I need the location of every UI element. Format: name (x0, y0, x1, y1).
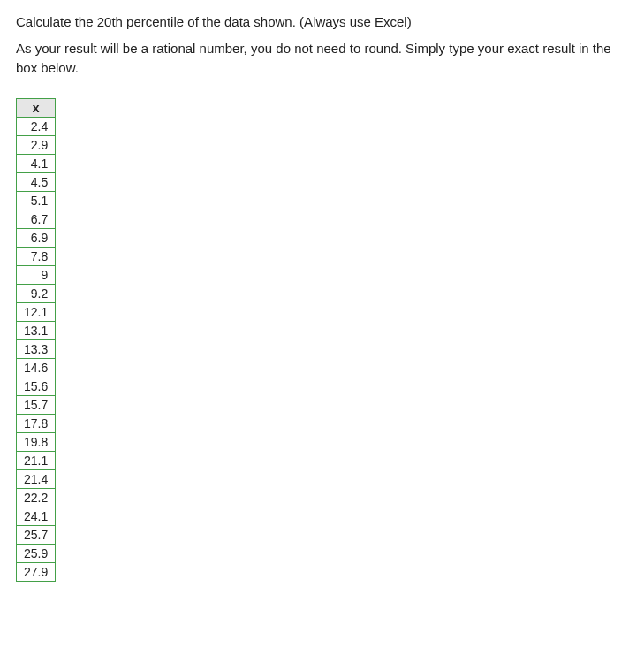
table-cell: 19.8 (17, 433, 56, 452)
table-cell: 5.1 (17, 192, 56, 210)
table-cell: 9.2 (17, 285, 56, 303)
table-cell: 21.4 (17, 470, 56, 489)
table-cell: 17.8 (17, 415, 56, 433)
table-cell: 2.9 (17, 136, 56, 155)
table-cell: 6.7 (17, 210, 56, 229)
table-cell: 14.6 (17, 359, 56, 377)
table-cell: 7.8 (17, 248, 56, 266)
table-cell: 22.2 (17, 489, 56, 507)
table-cell: 13.3 (17, 340, 56, 359)
table-cell: 15.7 (17, 396, 56, 415)
table-cell: 2.4 (17, 118, 56, 136)
data-table: x 2.4 2.9 4.1 4.5 5.1 6.7 6.9 7.8 9 9.2 … (16, 98, 56, 582)
table-cell: 6.9 (17, 229, 56, 248)
table-cell: 4.1 (17, 155, 56, 173)
table-body: 2.4 2.9 4.1 4.5 5.1 6.7 6.9 7.8 9 9.2 12… (17, 118, 56, 582)
table-cell: 15.6 (17, 377, 56, 396)
question-text: Calculate the 20th percentile of the dat… (16, 12, 628, 77)
table-cell: 25.9 (17, 545, 56, 563)
table-cell: 27.9 (17, 563, 56, 582)
question-line-1: Calculate the 20th percentile of the dat… (16, 12, 628, 32)
question-line-2: As your result will be a rational number… (16, 39, 628, 78)
table-cell: 4.5 (17, 173, 56, 192)
table-cell: 13.1 (17, 322, 56, 340)
table-cell: 25.7 (17, 526, 56, 545)
table-cell: 9 (17, 266, 56, 285)
table-cell: 24.1 (17, 507, 56, 526)
table-cell: 21.1 (17, 452, 56, 470)
table-header: x (17, 99, 56, 118)
table-cell: 12.1 (17, 303, 56, 322)
